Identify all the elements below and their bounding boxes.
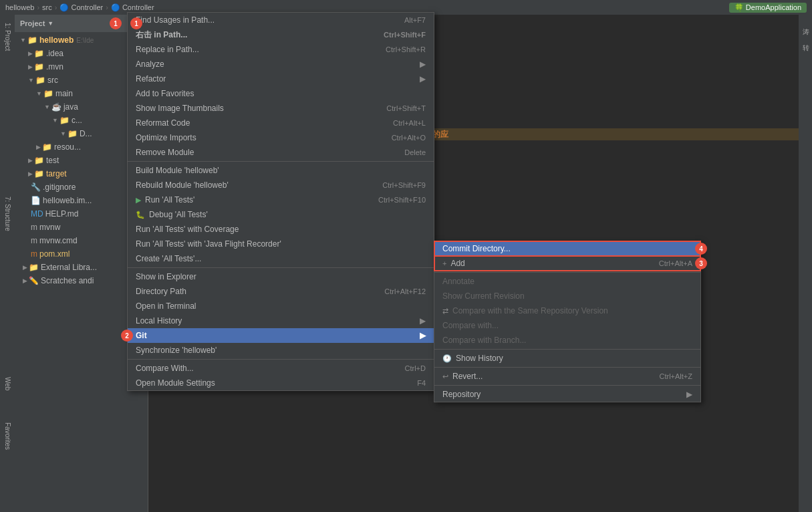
menu-git[interactable]: Git ▶ 2	[128, 328, 434, 343]
toolbar-right: 🍀 DemoApplication	[729, 3, 807, 13]
menu-synchronize[interactable]: Synchronize 'helloweb'	[128, 343, 434, 358]
right-tab-2[interactable]: 转	[799, 33, 811, 44]
menu-directory-path[interactable]: Directory Path Ctrl+Alt+F12	[128, 284, 434, 299]
menu-image-thumbnails[interactable]: Show Image Thumbnails Ctrl+Shift+T	[128, 101, 434, 116]
menu-open-module-settings[interactable]: Open Module Settings F4	[128, 376, 434, 390]
menu-show-explorer[interactable]: Show in Explorer	[128, 269, 434, 284]
menu-open-terminal[interactable]: Open in Terminal	[128, 299, 434, 313]
dropdown-icon[interactable]: ▼	[47, 20, 53, 27]
sub-sep3	[434, 367, 700, 368]
menu-add-favorites[interactable]: Add to Favorites	[128, 86, 434, 101]
sep3	[128, 359, 434, 360]
menu-create-tests[interactable]: Create 'All Tests'...	[128, 251, 434, 266]
badge-4: 4	[695, 243, 707, 255]
right-sidebar-strip: 涛 转	[799, 15, 812, 512]
menu-run-coverage[interactable]: Run 'All Tests' with Coverage	[128, 222, 434, 237]
bc-controller: 🔵 Controller	[59, 3, 103, 12]
sub-sep2	[434, 349, 700, 350]
sep1	[128, 161, 434, 162]
bc-c-controller: 🔵 Controller	[111, 3, 154, 12]
sidebar-tab-favorites[interactable]: Favorites	[3, 417, 13, 455]
menu-remove-module[interactable]: Remove Module Delete	[128, 145, 434, 160]
menu-analyze[interactable]: Analyze ▶	[128, 57, 434, 72]
left-sidebar-strip: 1: Project 7: Structure Web Favorites	[0, 15, 15, 512]
sidebar-tab-project[interactable]: 1: Project	[3, 17, 13, 56]
menu-find-usages[interactable]: Find Usages in Path... Alt+F7	[128, 13, 434, 27]
submenu-annotate: Annotate	[434, 274, 700, 289]
sidebar-tab-web[interactable]: Web	[3, 372, 13, 396]
menu-run-tests[interactable]: ▶ Run 'All Tests' Ctrl+Shift+F10	[128, 193, 434, 207]
sub-sep1	[434, 272, 700, 273]
menu-find-path[interactable]: 右击 in Path... Ctrl+Shift+F	[128, 27, 434, 42]
sidebar-tab-structure[interactable]: 7: Structure	[3, 191, 13, 237]
badge-1: 1	[130, 17, 142, 29]
menu-local-history[interactable]: Local History ▶	[128, 313, 434, 328]
bc-helloweb: helloweb	[5, 3, 34, 11]
menu-refactor[interactable]: Refactor ▶	[128, 72, 434, 86]
revert-icon: ↩	[442, 372, 448, 381]
menu-compare-with[interactable]: Compare With... Ctrl+D	[128, 361, 434, 376]
run-icon: ▶	[136, 196, 141, 205]
debug-icon: 🐛	[136, 211, 145, 219]
bc-src: src	[42, 3, 52, 11]
submenu-revert[interactable]: ↩ Revert... Ctrl+Alt+Z	[434, 369, 700, 384]
project-badge-1: 1	[110, 17, 122, 29]
plus-icon: +	[442, 259, 446, 267]
breadcrumb: helloweb › src › 🔵 Controller › 🔵 Contro…	[5, 3, 154, 12]
submenu-compare-branch: Compare with Branch...	[434, 333, 700, 348]
submenu-add[interactable]: + Add Ctrl+Alt+A 3	[434, 256, 700, 271]
project-label: Project	[20, 19, 45, 27]
sub-sep4	[434, 385, 700, 386]
submenu-commit[interactable]: Commit Directory... 4	[434, 241, 700, 256]
menu-replace-path[interactable]: Replace in Path... Ctrl+Shift+R	[128, 42, 434, 57]
submenu-compare-same: ⇄ Compare with the Same Repository Versi…	[434, 303, 700, 318]
submenu-repository[interactable]: Repository ▶	[434, 387, 700, 402]
submenu-compare-with: Compare with...	[434, 318, 700, 333]
badge-2: 2	[121, 330, 133, 342]
context-menu: Find Usages in Path... Alt+F7 右击 in Path…	[127, 12, 434, 391]
menu-debug-tests[interactable]: 🐛 Debug 'All Tests'	[128, 207, 434, 222]
sep2	[128, 267, 434, 268]
compare-icon: ⇄	[442, 307, 448, 315]
right-tab-1[interactable]: 涛	[799, 17, 811, 28]
badge-3: 3	[695, 257, 707, 269]
submenu-show-revision: Show Current Revision	[434, 289, 700, 303]
menu-build-module[interactable]: Build Module 'helloweb'	[128, 163, 434, 178]
git-submenu: Commit Directory... 4 + Add Ctrl+Alt+A 3…	[434, 241, 701, 402]
submenu-show-history[interactable]: 🕐 Show History	[434, 351, 700, 366]
menu-run-jfr[interactable]: Run 'All Tests' with 'Java Flight Record…	[128, 237, 434, 251]
menu-rebuild-module[interactable]: Rebuild Module 'helloweb' Ctrl+Shift+F9	[128, 178, 434, 193]
clock-icon: 🕐	[442, 354, 452, 363]
menu-optimize-imports[interactable]: Optimize Imports Ctrl+Alt+O	[128, 130, 434, 145]
run-config[interactable]: 🍀 DemoApplication	[729, 3, 807, 13]
menu-reformat[interactable]: Reformat Code Ctrl+Alt+L	[128, 116, 434, 130]
